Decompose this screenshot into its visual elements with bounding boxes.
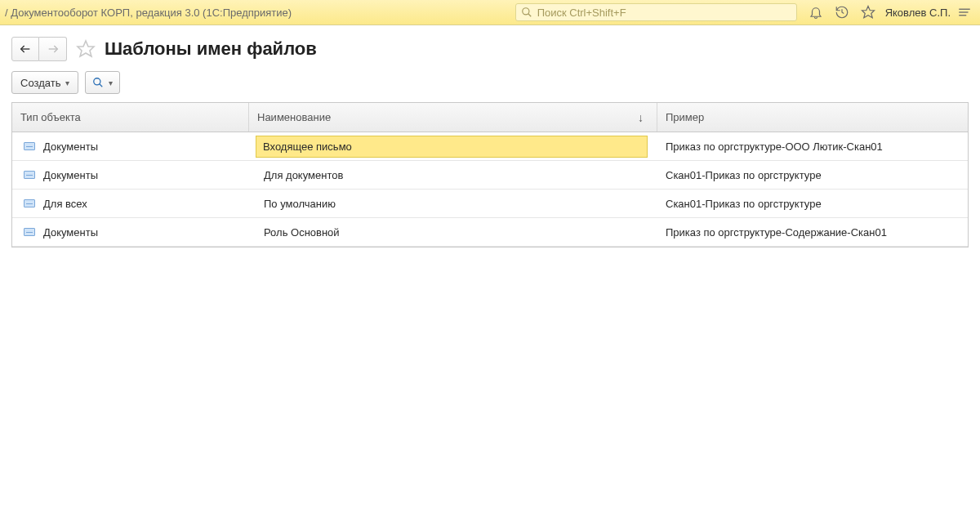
titlebar-icons bbox=[808, 5, 875, 20]
search-icon bbox=[92, 77, 104, 88]
cell-example: Приказ по оргструктуре-Содержание-Скан01 bbox=[657, 218, 968, 246]
page-title: Шаблоны имен файлов bbox=[105, 38, 317, 60]
nav-group bbox=[11, 37, 67, 61]
star-icon[interactable] bbox=[861, 5, 875, 20]
cell-name[interactable]: Для документов bbox=[249, 161, 657, 189]
table-row[interactable]: ДокументыРоль ОсновнойПриказ по оргструк… bbox=[12, 218, 968, 247]
table-row[interactable]: ДокументыДля документовСкан01-Приказ по … bbox=[12, 161, 968, 190]
table-row[interactable]: ДокументыВходящее письмоПриказ по оргстр… bbox=[12, 132, 968, 161]
app-title: / Документооборот КОРП, редакция 3.0 (1С… bbox=[5, 7, 300, 19]
search-icon bbox=[521, 7, 532, 18]
cell-type-text: Документы bbox=[43, 226, 98, 239]
grid-header: Тип объекта Наименование ↓ Пример bbox=[12, 103, 968, 132]
titlebar: / Документооборот КОРП, редакция 3.0 (1С… bbox=[0, 0, 980, 25]
table-row[interactable]: Для всехПо умолчаниюСкан01-Приказ по орг… bbox=[12, 190, 968, 218]
caret-down-icon: ▾ bbox=[109, 78, 113, 87]
column-header-example-label: Пример bbox=[666, 111, 704, 123]
cell-name-text: По умолчанию bbox=[257, 193, 649, 215]
cell-name[interactable]: Роль Основной bbox=[249, 218, 657, 246]
caret-down-icon: ▾ bbox=[65, 78, 69, 87]
column-header-name-label: Наименование bbox=[257, 111, 331, 123]
cell-type-text: Для всех bbox=[43, 198, 87, 210]
forward-button[interactable] bbox=[39, 37, 67, 61]
cell-type: Для всех bbox=[12, 190, 249, 217]
row-item-icon bbox=[24, 171, 35, 179]
row-item-icon bbox=[24, 199, 35, 207]
cell-name-text: Для документов bbox=[257, 164, 649, 186]
command-row: Шаблоны имен файлов bbox=[0, 25, 980, 68]
menu-icon[interactable] bbox=[957, 5, 972, 20]
cell-type-text: Документы bbox=[43, 169, 98, 181]
column-header-type-label: Тип объекта bbox=[20, 111, 81, 123]
grid-body: ДокументыВходящее письмоПриказ по оргстр… bbox=[12, 132, 968, 247]
cell-type: Документы bbox=[12, 218, 249, 246]
arrow-right-icon bbox=[47, 42, 60, 56]
column-header-type[interactable]: Тип объекта bbox=[12, 103, 249, 132]
arrow-left-icon bbox=[19, 42, 32, 56]
svg-line-10 bbox=[100, 84, 103, 87]
cell-name-text: Входящее письмо bbox=[256, 136, 648, 158]
toolbar: Создать ▾ ▾ bbox=[0, 68, 980, 102]
search-input[interactable]: Поиск Ctrl+Shift+F bbox=[515, 3, 797, 21]
history-icon[interactable] bbox=[835, 5, 849, 20]
search-button[interactable]: ▾ bbox=[85, 71, 120, 94]
create-button-label: Создать bbox=[20, 77, 60, 89]
back-button[interactable] bbox=[11, 37, 39, 61]
bell-icon[interactable] bbox=[808, 5, 823, 20]
user-name[interactable]: Яковлев С.П. bbox=[885, 7, 951, 19]
svg-point-0 bbox=[522, 8, 528, 15]
data-grid: Тип объекта Наименование ↓ Пример Докуме… bbox=[11, 102, 969, 248]
search-placeholder: Поиск Ctrl+Shift+F bbox=[537, 7, 626, 19]
create-button[interactable]: Создать ▾ bbox=[11, 71, 78, 94]
sort-asc-icon: ↓ bbox=[638, 111, 644, 124]
cell-type-text: Документы bbox=[43, 141, 98, 153]
row-item-icon bbox=[24, 228, 35, 236]
cell-type: Документы bbox=[12, 132, 249, 160]
column-header-example[interactable]: Пример bbox=[657, 103, 968, 132]
row-item-icon bbox=[24, 142, 35, 150]
cell-example: Приказ по оргструктуре-ООО Лютик-Скан01 bbox=[657, 132, 968, 160]
cell-example: Скан01-Приказ по оргструктуре bbox=[657, 190, 968, 217]
favorite-star-icon[interactable] bbox=[75, 38, 96, 60]
svg-line-1 bbox=[528, 14, 531, 17]
cell-name-text: Роль Основной bbox=[257, 221, 649, 243]
column-header-name[interactable]: Наименование ↓ bbox=[249, 103, 657, 132]
cell-name[interactable]: Входящее письмо bbox=[249, 132, 657, 160]
svg-point-9 bbox=[94, 78, 100, 85]
cell-example: Скан01-Приказ по оргструктуре bbox=[657, 161, 968, 189]
svg-marker-8 bbox=[78, 41, 94, 56]
cell-type: Документы bbox=[12, 161, 249, 189]
cell-name[interactable]: По умолчанию bbox=[249, 190, 657, 217]
svg-marker-2 bbox=[862, 7, 874, 18]
